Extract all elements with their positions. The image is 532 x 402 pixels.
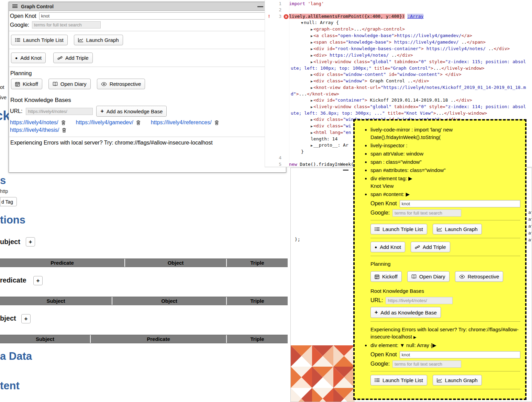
trash-icon[interactable] xyxy=(61,120,66,125)
knowledge-base-link[interactable]: https://lively4/thesis/ xyxy=(10,127,59,133)
retrospective-eye-icon xyxy=(101,82,107,86)
graph-chart-icon xyxy=(437,378,442,382)
disclosure-triangle-icon[interactable]: ▶ xyxy=(311,79,313,83)
disclosure-triangle-icon[interactable]: ▶ xyxy=(311,47,313,51)
inspector-node[interactable]: ▶<div id="container"> Kickoff 2019.01.14… xyxy=(291,97,529,104)
inspector-node[interactable]: ▶<lively-window class="global" tabindex=… xyxy=(291,104,529,116)
table-header-cell: Triple xyxy=(226,297,288,305)
page-text-fragment: tent xyxy=(0,380,20,392)
google-row: Google: xyxy=(10,21,284,28)
code-line[interactable]: 2 xyxy=(265,7,532,13)
clipped-text-fragment: at xyxy=(528,230,532,236)
add-triple-button[interactable]: Add Triple xyxy=(411,242,450,252)
expand-triangle-icon[interactable]: ▶ xyxy=(413,335,416,339)
disclosure-triangle-icon[interactable]: ▶ xyxy=(311,54,313,57)
open-knot-input[interactable] xyxy=(39,12,284,20)
clipped-text-fragment: at xyxy=(528,223,532,229)
code-line-error[interactable]: ! 3 lively.allElementsFromPoint({x:400, … xyxy=(265,13,532,20)
google-search-input[interactable] xyxy=(32,21,101,28)
tooltip-subline: Knot View xyxy=(370,182,520,190)
launch-triple-list-button[interactable]: Launch Triple List xyxy=(370,375,427,386)
add-triple-button[interactable]: Add Triple xyxy=(53,53,93,63)
retrospective-button[interactable]: Retrospective xyxy=(97,79,145,89)
disclosure-triangle-icon[interactable]: ▶ xyxy=(311,73,313,77)
disclosure-triangle-icon[interactable]: ▼ xyxy=(301,21,303,25)
launch-graph-button[interactable]: Launch Graph xyxy=(433,224,482,234)
add-knot-button[interactable]: ● Add Knot xyxy=(11,53,46,63)
disclosure-triangle-icon[interactable]: ▶ xyxy=(311,34,313,38)
inspector-node[interactable]: ▶<knot-view data-knot-url="https://livel… xyxy=(291,84,529,97)
element-inspector-tooltip: lively-code-mirror : import 'lang' new D… xyxy=(353,119,527,400)
divider xyxy=(9,137,286,137)
open-diary-button[interactable]: Open Diary xyxy=(48,79,91,89)
inspector-node[interactable]: ▶<div id="root-knowledge-bases-container… xyxy=(291,46,529,52)
minimize-icon[interactable] xyxy=(257,6,263,7)
url-input[interactable] xyxy=(386,297,453,304)
add-subject-button[interactable]: + xyxy=(26,237,35,246)
hamburger-menu-icon[interactable] xyxy=(12,3,18,10)
tooltip-list: lively-code-mirror : import 'lang' new D… xyxy=(359,126,520,389)
clipped-text-fragment: at xyxy=(528,237,532,242)
table-header-cell: Predicate xyxy=(90,335,226,343)
table-header-cell: Predicate xyxy=(0,259,124,267)
disclosure-triangle-icon[interactable]: ▶ xyxy=(311,105,313,109)
inspector-node[interactable]: ▶<graph-control>...</graph-control> xyxy=(291,26,529,33)
open-knot-input[interactable] xyxy=(400,200,521,207)
table-header-cell: Object xyxy=(124,259,226,267)
open-knot-input[interactable] xyxy=(400,351,521,358)
inspector-node[interactable]: ▼null: Array { xyxy=(291,20,529,26)
disclosure-triangle-icon[interactable]: ▶ xyxy=(311,131,313,135)
window-titlebar[interactable]: Graph Control xyxy=(9,2,286,11)
knowledge-base-link[interactable]: https://lively4/gamedev/ xyxy=(76,119,133,126)
add-object-button[interactable]: + xyxy=(21,314,31,323)
add-knot-button[interactable]: ● Add Knot xyxy=(370,242,405,252)
planning-heading: Planning xyxy=(370,260,520,268)
divider xyxy=(9,49,286,49)
trash-icon[interactable] xyxy=(136,120,141,125)
knowledge-base-link[interactable]: https://lively4/notes/ xyxy=(10,119,58,126)
open-knot-row: Open Knot xyxy=(10,12,284,20)
open-diary-button[interactable]: Open Diary xyxy=(407,271,450,282)
disclosure-triangle-icon[interactable]: ▶ xyxy=(311,99,313,102)
minimize-icon[interactable] xyxy=(343,170,348,171)
kickoff-button[interactable]: Kickoff xyxy=(370,271,402,282)
knowledge-base-link[interactable]: https://lively4/references/ xyxy=(151,119,212,126)
code-keyword: import xyxy=(289,1,305,6)
knowledge-base-item: https://lively4/gamedev/ xyxy=(76,119,141,126)
launch-triple-list-button[interactable]: Launch Triple List xyxy=(370,224,427,234)
triple-link-icon xyxy=(415,245,420,250)
disclosure-triangle-icon[interactable]: ▶ xyxy=(311,60,313,64)
add-knowledge-base-button[interactable]: + Add as Knowledge Base xyxy=(96,106,167,117)
disclosure-triangle-icon[interactable]: ▶ xyxy=(311,124,313,128)
tooltip-item: span #attributes: class="window" xyxy=(370,166,520,174)
add-predicate-button[interactable]: + xyxy=(33,276,43,285)
disclosure-triangle-icon[interactable]: ▶ xyxy=(311,143,313,147)
add-tag-button[interactable]: d Tag xyxy=(0,197,17,206)
disclosure-triangle-icon[interactable]: ▶ xyxy=(311,86,313,90)
inspector-node[interactable]: ▶<div> https://lively4/notes/ ..</div> xyxy=(291,52,529,59)
kickoff-button[interactable]: Kickoff xyxy=(11,79,42,89)
disclosure-triangle-icon[interactable]: ▶ xyxy=(311,27,313,31)
inspector-node[interactable]: ▶<div class="window"> Graph Control ..</… xyxy=(291,78,529,84)
google-search-input[interactable] xyxy=(392,360,461,368)
trash-icon[interactable] xyxy=(214,120,219,125)
code-line[interactable]: 1 import 'lang' xyxy=(265,1,532,7)
retrospective-eye-icon xyxy=(459,275,465,279)
table-header-cell: Triple xyxy=(226,259,288,267)
launch-graph-button[interactable]: Launch Graph xyxy=(433,375,482,386)
inspector-node[interactable]: ▶<span class="knowledge-base"> https://l… xyxy=(291,39,529,46)
divider xyxy=(370,220,520,220)
launch-graph-button[interactable]: Launch Graph xyxy=(74,35,123,45)
disclosure-triangle-icon[interactable]: ▶ xyxy=(311,41,313,44)
type-annotation-link[interactable]: :Array xyxy=(407,14,423,19)
google-search-input[interactable] xyxy=(392,209,461,217)
retrospective-button[interactable]: Retrospective xyxy=(455,271,503,282)
inspector-node[interactable]: ▶<a class="open-knowledge-base">https://… xyxy=(291,33,529,39)
inspector-node[interactable]: ▶<lively-window class="global" tabindex=… xyxy=(291,59,529,71)
disclosure-triangle-icon[interactable]: ▶ xyxy=(311,118,313,122)
inspector-node[interactable]: ▶<div class="window-content" id="window-… xyxy=(291,71,529,78)
url-input[interactable] xyxy=(26,108,93,115)
launch-triple-list-button[interactable]: Launch Triple List xyxy=(11,35,68,45)
trash-icon[interactable] xyxy=(62,128,66,133)
add-knowledge-base-button[interactable]: + Add as Knowledge Base xyxy=(370,307,441,318)
